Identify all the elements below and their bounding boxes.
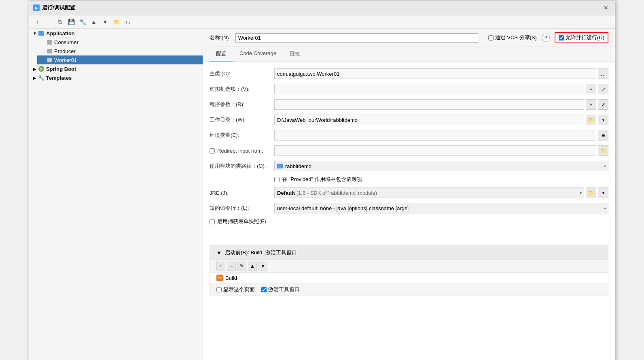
main-class-input[interactable]: [274, 68, 596, 79]
redirect-input[interactable]: [274, 145, 596, 156]
move-up-button[interactable]: ▲: [89, 17, 99, 27]
jre-input-wrap: Default (1.8 - SDK of 'rabbitdemo' modul…: [274, 187, 608, 198]
wrench-button[interactable]: 🔧: [78, 17, 87, 27]
vcs-share-checkbox[interactable]: [488, 35, 494, 40]
sidebar-item-consumer[interactable]: Consumer: [37, 38, 203, 47]
name-label: 名称:(N): [210, 34, 229, 41]
env-vars-row: 环境变量(E): ≡: [210, 130, 608, 141]
main-class-input-wrap: …: [274, 68, 608, 79]
jre-sub-label: (1.8 - SDK of 'rabbitdemo' module): [297, 190, 377, 196]
vm-options-expand-button[interactable]: ⤢: [598, 84, 608, 94]
right-panel: 名称:(N) 通过 VCS 分享(S) ? 允许并行运行(U): [203, 29, 615, 360]
before-launch-remove-button[interactable]: −: [227, 262, 236, 271]
spacer: [210, 229, 608, 245]
producer-icon: [46, 48, 53, 54]
module-path-select-wrap: rabbitdemo ▾: [274, 161, 608, 171]
vcs-share-label: 通过 VCS 分享(S): [495, 34, 537, 41]
toggle-spacer: [40, 48, 46, 54]
toggle-icon: ▶: [32, 66, 38, 72]
work-dir-dropdown-button[interactable]: ▾: [598, 115, 608, 125]
toggle-spacer: [40, 57, 46, 63]
before-launch-up-button[interactable]: ▲: [248, 262, 257, 271]
jre-row: JRE:(J): Default (1.8 - SDK of 'rabbitde…: [210, 187, 608, 198]
sidebar-item-label: Producer: [54, 48, 76, 54]
program-args-row: 程序参数：(R): + ⤢: [210, 99, 608, 110]
help-button[interactable]: ?: [542, 34, 550, 42]
short-cmd-select-wrap: user-local default: none - java [options…: [274, 203, 608, 213]
module-path-label: 使用模块的类路径：(O):: [210, 162, 274, 170]
name-input[interactable]: [235, 33, 478, 43]
move-down-button[interactable]: ▼: [100, 17, 110, 27]
save-button[interactable]: 💾: [66, 17, 76, 27]
title-bar-left: ▶ 运行/调试配置: [33, 4, 75, 11]
short-cmd-label: 短的命令行：(L):: [210, 204, 274, 212]
main-class-browse-button[interactable]: …: [598, 68, 608, 79]
jre-select-wrap: Default (1.8 - SDK of 'rabbitdemo' modul…: [274, 187, 584, 198]
remove-button[interactable]: −: [44, 17, 53, 27]
work-dir-input-wrap: 📁 ▾: [274, 115, 608, 125]
jre-label: JRE:(J):: [210, 190, 274, 196]
build-icon: ↩: [216, 275, 223, 281]
sidebar-item-label: Spring Boot: [46, 66, 76, 72]
work-dir-row: 工作目录：(W): 📁 ▾: [210, 114, 608, 126]
show-page-label: 显示这个页面: [223, 286, 255, 293]
add-button[interactable]: +: [32, 17, 42, 27]
work-dir-browse-button[interactable]: 📁: [586, 115, 596, 125]
redirect-browse-button[interactable]: 📁: [598, 145, 608, 156]
before-launch-edit-button[interactable]: ✎: [237, 262, 246, 271]
toggle-spacer: [40, 39, 46, 45]
window-icon: ▶: [33, 4, 40, 11]
consumer-icon: [46, 39, 53, 45]
tab-log[interactable]: 日志: [283, 47, 306, 62]
before-launch-title: 启动前(B): Build, 激活工具窗口: [225, 249, 297, 256]
sidebar-item-label: Application: [46, 30, 75, 36]
jre-dropdown-button[interactable]: ▾: [598, 187, 608, 198]
show-page-checkbox[interactable]: [216, 287, 222, 292]
window-title: 运行/调试配置: [42, 4, 75, 11]
vm-options-input[interactable]: [274, 84, 584, 94]
activate-window-checkbox[interactable]: [261, 287, 267, 292]
vcs-share-row: 通过 VCS 分享(S): [488, 34, 537, 41]
tab-config[interactable]: 配置: [210, 47, 233, 62]
before-launch-add-button[interactable]: +: [216, 262, 225, 271]
before-launch-down-button[interactable]: ▼: [258, 262, 267, 271]
program-args-input-wrap: + ⤢: [274, 99, 608, 110]
vm-options-add-button[interactable]: +: [586, 84, 596, 94]
capture-checkbox[interactable]: [210, 219, 215, 224]
module-path-row: 使用模块的类路径：(O): rabbitdemo ▾: [210, 160, 608, 172]
program-args-expand-button[interactable]: ⤢: [598, 99, 608, 110]
sidebar-item-worker01[interactable]: Worker01: [37, 55, 203, 64]
program-args-input[interactable]: [274, 99, 584, 110]
run-debug-config-window: ▶ 运行/调试配置 ✕ + − ⧉ 💾 🔧 ▲ ▼ 📁 ↑↓ ▼ Appli: [29, 0, 615, 360]
copy-button[interactable]: ⧉: [55, 17, 65, 27]
env-vars-input[interactable]: [274, 130, 596, 141]
sidebar-item-templates[interactable]: ▶ 🔧 Templates: [29, 73, 203, 82]
sidebar-item-springboot[interactable]: ▶ ✿ Spring Boot: [29, 64, 203, 73]
main-class-row: 主类:(C): …: [210, 68, 608, 79]
redirect-checkbox[interactable]: [210, 148, 215, 153]
allow-parallel-label: 允许并行运行(U): [566, 34, 604, 41]
allow-parallel-checkbox[interactable]: [559, 35, 564, 40]
work-dir-input[interactable]: [274, 115, 584, 125]
provided-checkbox-label: 在 "Provided" 作用域中包含依赖项: [282, 176, 362, 183]
tabs-bar: 配置 Code Coverage 日志: [203, 47, 615, 62]
module-path-value: rabbitdemo: [285, 163, 311, 169]
env-vars-label: 环境变量(E):: [210, 132, 274, 139]
sidebar-item-application[interactable]: ▼ Application: [29, 29, 203, 38]
short-cmd-input-wrap: user-local default: none - java [options…: [274, 203, 608, 213]
close-button[interactable]: ✕: [601, 3, 611, 13]
vm-options-row: 虚拟机选项：(V): + ⤢: [210, 83, 608, 95]
templates-icon: 🔧: [38, 75, 44, 81]
folder-button[interactable]: 📁: [112, 17, 121, 27]
build-item-label: Build: [225, 275, 237, 281]
program-args-add-button[interactable]: +: [586, 99, 596, 110]
tab-coverage[interactable]: Code Coverage: [233, 47, 283, 62]
sort-button[interactable]: ↑↓: [123, 17, 133, 27]
main-class-label: 主类:(C):: [210, 70, 274, 77]
provided-checkbox[interactable]: [274, 177, 280, 182]
before-launch-toggle-icon: ▼: [216, 250, 222, 256]
main-content: ▼ Application Consumer: [29, 29, 615, 360]
sidebar-item-producer[interactable]: Producer: [37, 47, 203, 55]
jre-browse-button[interactable]: 📁: [586, 187, 596, 198]
env-vars-browse-button[interactable]: ≡: [598, 130, 608, 141]
